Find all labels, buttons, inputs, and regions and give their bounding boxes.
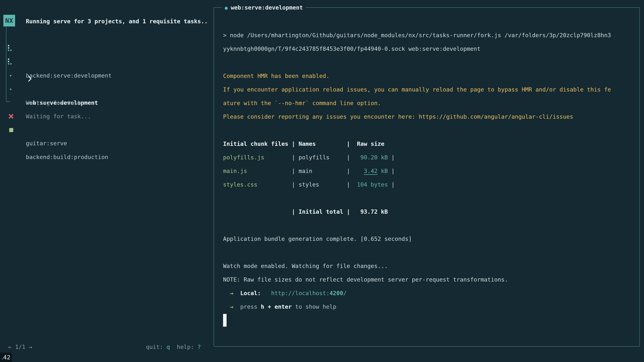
terminal-line: polyfills.js | polyfills | 90.20 kB | <box>223 151 395 164</box>
text-segment: styles.css <box>223 181 258 188</box>
text-segment <box>233 303 240 310</box>
localhost-link-port[interactable]: 4200 <box>330 290 343 297</box>
spinner-icon <box>8 55 14 69</box>
text-segment: 104 bytes <box>350 181 388 188</box>
text-segment: press <box>240 303 261 310</box>
task-label: Waiting for task... <box>26 96 91 110</box>
text-segment: Please consider reporting any issues you… <box>223 113 419 120</box>
text-segment <box>223 303 230 310</box>
terminal-line: NOTE: Raw file sizes do not reflect deve… <box>223 273 508 286</box>
help-label: help: <box>177 344 194 350</box>
text-segment: h + enter <box>261 303 292 310</box>
terminal-line: ature with the `--no-hmr` command line o… <box>223 96 381 110</box>
status-dot-icon: ● <box>225 5 228 11</box>
task-label: backend:build:production <box>26 150 108 164</box>
text-segment: | polyfills | <box>264 154 350 161</box>
text-segment: ature with the `--no-hmr` command line o… <box>223 100 381 106</box>
text-segment: 3.42 <box>364 168 378 174</box>
text-segment <box>261 290 271 297</box>
text-segment: Initial chunk files | Names | Raw size <box>223 140 384 147</box>
terminal-line: > node /Users/mhartington/Github/guitars… <box>223 28 611 42</box>
task-row-backend-serve[interactable]: backend:serve:development <box>0 42 208 55</box>
quit-key: q <box>166 344 170 350</box>
waiting-dot-icon <box>8 82 14 96</box>
nx-logo-badge: NX <box>3 15 15 26</box>
terminal-line: | Initial total | 93.72 kB <box>223 205 388 219</box>
task-label: guitar:serve <box>26 137 67 150</box>
text-segment: Watch mode enabled. Watching for file ch… <box>223 263 388 269</box>
text-segment: yyknnbtgh0000gn/T/9f4c243785f8453e3f00/f… <box>223 45 480 52</box>
text-segment: NOTE: Raw file sizes do not reflect deve… <box>223 276 508 283</box>
terminal-line: → Local: http://localhost:4200/ <box>223 286 347 300</box>
task-output-panel[interactable]: ●web:serve:development > node /Users/mha… <box>214 7 640 347</box>
text-segment: | main | <box>247 168 350 174</box>
task-row-backend-build[interactable]: backend:build:production <box>0 123 208 137</box>
terminal-line <box>223 314 226 327</box>
text-segment: Application bundle generation complete. … <box>223 236 412 242</box>
terminal-line: yyknnbtgh0000gn/T/9f4c243785f8453e3f00/f… <box>223 42 480 56</box>
terminal-line: styles.css | styles | 104 bytes | <box>223 178 395 191</box>
task-row-waiting-2[interactable]: Waiting for task... <box>0 82 208 96</box>
panel-title: ●web:serve:development <box>222 1 306 14</box>
terminal-line: Application bundle generation complete. … <box>223 232 412 246</box>
help-key: ? <box>198 344 201 350</box>
text-segment: | <box>388 168 395 174</box>
github-issues-link[interactable]: https://github.com/angular/angular-cli/i… <box>419 113 573 120</box>
terminal-line: main.js | main | 3.42 kB | <box>223 164 395 178</box>
text-segment: If you encounter application reload issu… <box>223 86 611 93</box>
text-segment: main.js <box>223 168 247 174</box>
task-row-guitar-serve[interactable]: guitar:serve <box>0 109 208 123</box>
task-row-web-serve[interactable]: web:serve:development <box>0 55 208 69</box>
pager-right-arrow-icon[interactable]: → <box>29 344 32 350</box>
task-sidebar: NX Running serve for 3 projects, and 1 r… <box>0 0 208 362</box>
text-segment: kB <box>378 168 388 174</box>
pager-left-arrow-icon[interactable]: ← <box>8 344 12 350</box>
text-segment: 90.20 kB <box>350 154 388 161</box>
text-segment: | <box>388 154 395 161</box>
terminal-line: Watch mode enabled. Watching for file ch… <box>223 259 388 273</box>
text-segment <box>233 290 240 297</box>
terminal-line: → press h + enter to show help <box>223 300 336 314</box>
nx-terminal-screen: NX Running serve for 3 projects, and 1 r… <box>0 0 644 362</box>
terminal-line: If you encounter application reload issu… <box>223 83 611 96</box>
text-segment: to show help <box>292 303 336 310</box>
keyboard-shortcuts: quit: q help: ? <box>146 340 201 354</box>
terminal-line: Component HMR has been enabled. <box>223 69 330 83</box>
text-segment: | Initial total | 93.72 kB <box>223 208 388 215</box>
terminal-cursor <box>223 314 226 327</box>
arrow-icon: → <box>230 303 233 310</box>
task-row-waiting-1[interactable]: Waiting for task... <box>0 69 208 82</box>
text-segment <box>223 290 230 297</box>
text-segment: polyfills.js <box>223 154 264 161</box>
failed-cross-icon <box>8 109 14 123</box>
pager-label: 1/1 <box>15 344 25 350</box>
waiting-dot-icon <box>8 69 14 82</box>
text-segment <box>350 168 364 174</box>
text-segment: Local: <box>240 290 261 297</box>
success-square-icon <box>8 123 14 137</box>
text-segment: > node /Users/mhartington/Github/guitars… <box>223 32 611 38</box>
text-segment: Component HMR has been enabled. <box>223 72 330 79</box>
localhost-link[interactable]: http://localhost: <box>271 290 330 297</box>
spinner-icon <box>8 42 14 55</box>
arrow-icon: → <box>230 290 233 297</box>
run-summary-title: Running serve for 3 projects, and 1 requ… <box>26 14 208 28</box>
terminal-line: Initial chunk files | Names | Raw size <box>223 137 384 151</box>
overlay-badge: .42 <box>0 353 12 362</box>
task-pager: ← 1/1 → <box>8 340 32 354</box>
text-segment: | styles | <box>258 181 350 188</box>
text-segment: | <box>388 181 395 188</box>
quit-label: quit: <box>146 344 163 350</box>
localhost-link-slash[interactable]: / <box>343 290 347 297</box>
terminal-line: Please consider reporting any issues you… <box>223 110 573 123</box>
panel-title-text: web:serve:development <box>231 4 303 11</box>
